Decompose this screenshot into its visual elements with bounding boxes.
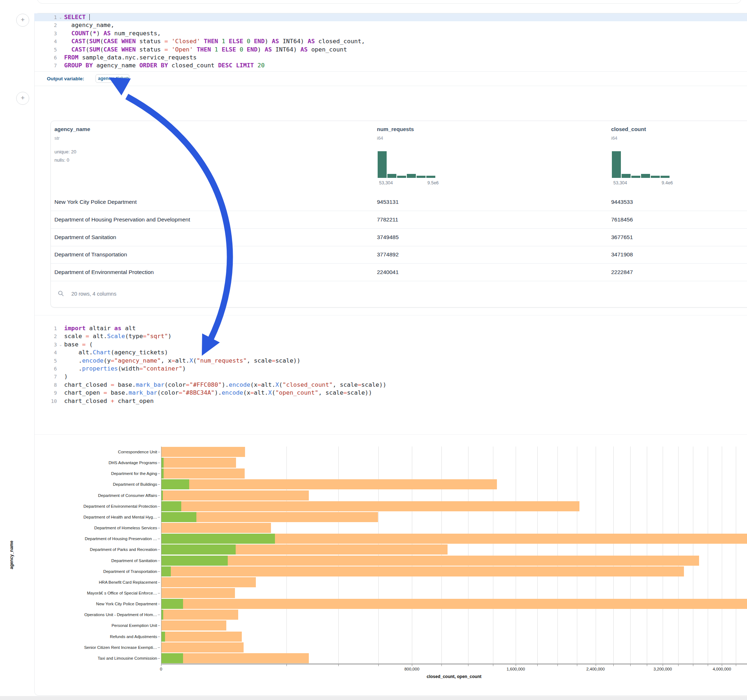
- line-number: 3⌄: [34, 341, 64, 348]
- python-editor[interactable]: 1import altair as alt2scale = alt.Scale(…: [34, 324, 747, 405]
- table-row[interactable]: Department of Environmental Protection22…: [51, 263, 747, 281]
- table-footer: 20 rows, 4 columns: [51, 281, 747, 307]
- x-tick: [558, 664, 558, 666]
- table-cell: Department of Environmental Protection: [54, 263, 154, 281]
- line-number: 9: [34, 389, 64, 397]
- x-tick: [493, 664, 493, 666]
- column-header[interactable]: agency_name: [54, 126, 90, 132]
- code-line[interactable]: 2 agency_name,: [34, 21, 747, 29]
- y-tick: [158, 463, 160, 463]
- x-tick: [516, 664, 516, 666]
- gridline: [693, 447, 693, 664]
- gridline: [722, 447, 722, 664]
- code-line[interactable]: 3 COUNT(*) AS num_requests,: [34, 30, 747, 38]
- collapse-chevron-icon[interactable]: ⌄: [57, 13, 64, 21]
- search-icon[interactable]: [58, 291, 64, 298]
- table-row-count: 20 rows, 4 columns: [71, 281, 116, 307]
- code-line[interactable]: 6FROM sample_data.nyc.service_requests: [34, 54, 747, 62]
- open_count-bar: [162, 468, 163, 478]
- code-line[interactable]: 4 CAST(SUM(CASE WHEN status = 'Closed' T…: [34, 38, 747, 45]
- add-cell-button-top[interactable]: +: [16, 14, 29, 27]
- open_count-bar: [162, 458, 163, 468]
- closed_count-bar: [162, 501, 579, 511]
- histogram-min-label: 53,304: [613, 180, 627, 186]
- sql-editor[interactable]: 1⌄SELECT 2 agency_name,3 COUNT(*) AS num…: [34, 13, 747, 70]
- code-line[interactable]: 7GROUP BY agency_name ORDER BY closed_co…: [34, 62, 747, 69]
- code-line[interactable]: 4 alt.Chart(agency_tickets): [34, 348, 747, 356]
- table-row[interactable]: Department of Transportation377489234719…: [51, 246, 747, 264]
- closed_count-bar: [162, 588, 235, 598]
- output-variable-chip[interactable]: agency_tickets: [95, 74, 129, 83]
- category-label: Department of Homeless Services: [50, 525, 157, 530]
- code-line[interactable]: 1⌄SELECT: [34, 13, 747, 21]
- closed_count-bar: [162, 490, 309, 501]
- x-tick: [722, 664, 722, 666]
- code-line[interactable]: 3⌄base = (: [34, 341, 747, 348]
- table-cell: 3677651: [611, 228, 633, 246]
- table-cell: Department of Transportation: [54, 246, 127, 263]
- histogram-max-label: 9.5e6: [427, 180, 439, 186]
- x-tick: [286, 664, 287, 666]
- column-type: i64: [611, 136, 617, 141]
- closed_count-bar: [162, 556, 699, 566]
- add-cell-button-output[interactable]: +: [16, 92, 29, 105]
- closed_count-bar: [162, 479, 497, 489]
- gridline: [647, 447, 647, 664]
- column-header[interactable]: num_requests: [377, 126, 414, 132]
- column-histogram: [612, 151, 670, 178]
- chart-y-domain-line: [161, 447, 162, 664]
- collapse-chevron-icon[interactable]: ⌄: [57, 341, 64, 348]
- chart-x-axis-title: closed_count, open_count: [161, 674, 747, 679]
- category-label: Department of Health and Mental Hyg…: [50, 514, 157, 520]
- closed_count-bar: [162, 620, 226, 631]
- category-label: Correspondence Unit: [50, 450, 157, 454]
- x-tick-label: 2,400,000: [579, 667, 612, 671]
- column-stat: unique: 20: [54, 149, 76, 154]
- y-tick: [158, 506, 160, 507]
- category-label: Department for the Aging: [50, 471, 157, 476]
- gridline: [736, 447, 736, 664]
- category-label: Refunds and Adjustments: [50, 634, 157, 639]
- open_count-bar: [162, 490, 163, 501]
- table-cell: Department of Housing Preservation and D…: [54, 211, 190, 228]
- code-line[interactable]: 5 .encode(y="agency_name", x=alt.X("num_…: [34, 357, 747, 365]
- closed_count-bar: [162, 468, 245, 478]
- column-header[interactable]: closed_count: [611, 126, 646, 132]
- table-row[interactable]: New York City Police Department945313194…: [51, 193, 747, 211]
- page-gap-band: [0, 696, 747, 700]
- gridline: [630, 447, 631, 664]
- code-line[interactable]: 2scale = alt.Scale(type="sqrt"): [34, 332, 747, 340]
- line-number: 10: [34, 397, 64, 405]
- x-tick: [736, 664, 736, 666]
- chart-separator: [35, 434, 747, 434]
- table-cell: 2222847: [611, 263, 633, 281]
- table-row[interactable]: Department of Sanitation37494853677651: [51, 228, 747, 246]
- closed_count-bar: [162, 653, 309, 663]
- table-row[interactable]: Department of Housing Preservation and D…: [51, 211, 747, 229]
- line-number: 5: [34, 357, 64, 365]
- gridline: [596, 447, 596, 664]
- gridline: [493, 447, 493, 664]
- code-line[interactable]: 8chart_closed = base.mark_bar(color="#FF…: [34, 381, 747, 389]
- closed_count-bar: [162, 566, 684, 576]
- closed_count-bar: [162, 523, 271, 533]
- x-tick: [708, 664, 708, 666]
- chart-x-axis-line: [161, 664, 747, 664]
- y-tick: [158, 637, 160, 637]
- table-cell: 3471908: [611, 246, 633, 263]
- closed_count-bar: [162, 447, 245, 457]
- code-line[interactable]: 10chart_closed + chart_open: [34, 397, 747, 405]
- code-line[interactable]: 7): [34, 373, 747, 381]
- y-tick: [158, 572, 160, 572]
- open_count-bar: [162, 599, 183, 609]
- code-line[interactable]: 6 .properties(width="container"): [34, 365, 747, 373]
- category-label: Operations Unit - Department of Hom…: [50, 612, 157, 617]
- code-line[interactable]: 5 CAST(SUM(CASE WHEN status = 'Open' THE…: [34, 46, 747, 54]
- histogram-min-label: 53,304: [379, 180, 393, 186]
- code-line[interactable]: 1import altair as alt: [34, 324, 747, 332]
- code-line[interactable]: 9chart_open = base.mark_bar(color="#8BC3…: [34, 389, 747, 397]
- gridline: [613, 447, 614, 664]
- y-tick: [158, 474, 160, 474]
- x-tick-label: 1,600,000: [499, 667, 532, 671]
- line-number: 7: [34, 373, 64, 381]
